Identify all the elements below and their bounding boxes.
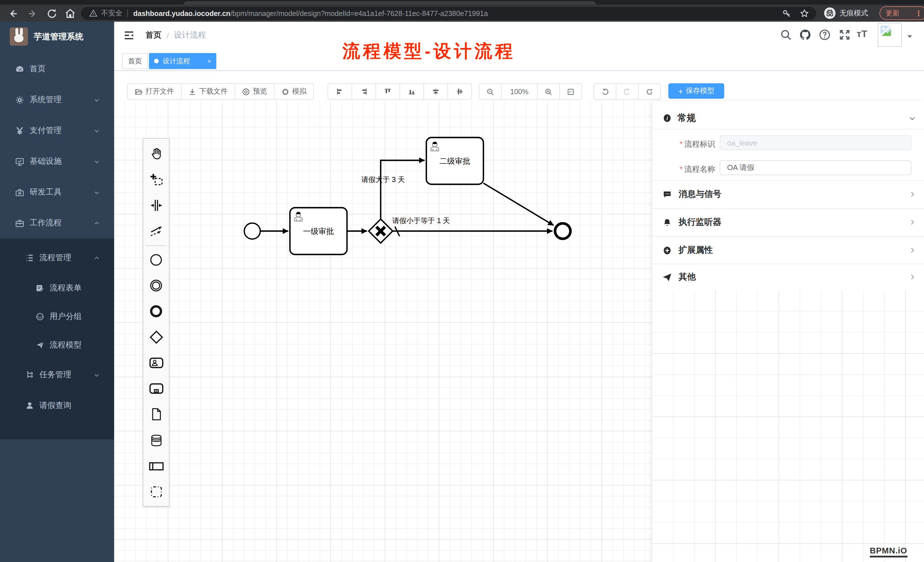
- sidebar-item-devtools[interactable]: 研发工具: [0, 177, 114, 208]
- message-icon: [663, 190, 672, 199]
- bookmark-star-icon[interactable]: [800, 9, 809, 18]
- create-intermediate-event[interactable]: [143, 273, 169, 298]
- history-button-group: [594, 83, 661, 100]
- sidebar-item-payment[interactable]: 支付管理: [0, 115, 114, 146]
- section-extended-attrs[interactable]: 扩展属性: [652, 236, 924, 264]
- flow-task2-to-end[interactable]: [483, 183, 554, 225]
- browser-back-icon[interactable]: [7, 7, 20, 20]
- help-icon[interactable]: [818, 28, 831, 41]
- sidebar-item-task-mgmt[interactable]: 任务管理: [0, 360, 114, 390]
- create-data-store[interactable]: [143, 427, 169, 453]
- flow-gateway-to-task2[interactable]: [381, 160, 424, 219]
- condition-label-gt3[interactable]: 请假大于 3 天: [361, 175, 405, 183]
- browser-forward-icon[interactable]: [26, 7, 39, 20]
- align-left-button[interactable]: [328, 84, 352, 99]
- zoom-out-icon: [486, 88, 494, 96]
- create-start-event[interactable]: [143, 247, 169, 273]
- sidebar-item-user-group[interactable]: 用户分组: [0, 303, 114, 331]
- zoom-level[interactable]: 100%: [501, 84, 537, 99]
- zoom-reset-button[interactable]: [559, 84, 582, 99]
- zoom-out-button[interactable]: [479, 84, 501, 99]
- create-user-task[interactable]: [143, 350, 169, 376]
- sidebar-logo[interactable]: 芋道管理系统: [0, 22, 114, 51]
- section-title: 常规: [678, 112, 696, 124]
- section-other[interactable]: 其他: [652, 264, 924, 291]
- create-end-event[interactable]: [143, 298, 169, 324]
- section-general[interactable]: i 常规: [652, 107, 924, 129]
- sidebar-item-infra[interactable]: 基础设施: [0, 146, 114, 177]
- create-gateway[interactable]: [143, 324, 169, 350]
- sidebar-item-workflow[interactable]: 工作流程: [0, 208, 114, 238]
- download-file-button[interactable]: 下载文件: [181, 84, 235, 99]
- process-key-input[interactable]: [720, 135, 912, 150]
- sidebar-collapse-icon[interactable]: [123, 30, 135, 41]
- password-key-icon[interactable]: [782, 9, 792, 18]
- condition-label-le1[interactable]: 请假小于等于 1 天: [392, 217, 450, 225]
- sidebar-item-system[interactable]: 系统管理: [0, 84, 114, 115]
- align-middle-button[interactable]: [423, 84, 447, 99]
- tag-home[interactable]: 首页: [122, 53, 148, 69]
- undo-button[interactable]: [594, 84, 616, 99]
- chevron-down-icon: [94, 97, 100, 103]
- sidebar-item-process-mgmt[interactable]: 流程管理: [0, 243, 114, 273]
- search-icon[interactable]: [780, 28, 792, 41]
- connection-tool[interactable]: [143, 218, 169, 244]
- watermark-text: BPMN.iO: [870, 546, 907, 555]
- user-avatar[interactable]: [878, 23, 902, 47]
- create-subprocess[interactable]: [143, 376, 169, 402]
- simulate-button[interactable]: 模拟: [274, 84, 314, 99]
- hand-tool[interactable]: [143, 141, 169, 166]
- align-right-button[interactable]: [352, 84, 375, 99]
- create-data-object[interactable]: [143, 402, 169, 427]
- browser-menu-icon[interactable]: ⋮: [915, 9, 922, 17]
- align-top-button[interactable]: [375, 84, 399, 99]
- security-label[interactable]: 不安全: [101, 9, 122, 18]
- open-file-button[interactable]: 打开文件: [128, 84, 181, 99]
- update-label[interactable]: 更新: [886, 8, 900, 18]
- browser-update-button[interactable]: 更新 ⋮: [879, 6, 924, 20]
- chevron-down-icon: [94, 127, 100, 134]
- github-icon[interactable]: [799, 28, 812, 41]
- breadcrumb-home[interactable]: 首页: [146, 30, 162, 40]
- task-second-approval[interactable]: 二级审批: [426, 138, 483, 184]
- restart-button[interactable]: [638, 84, 660, 99]
- browser-home-icon[interactable]: [64, 7, 76, 20]
- exclusive-gateway[interactable]: [369, 219, 393, 243]
- sidebar-item-process-model[interactable]: 流程模型: [0, 331, 114, 360]
- address-bar[interactable]: 不安全 dashboard.yudao.iocoder.cn/bpm/manag…: [81, 7, 816, 20]
- browser-reload-icon[interactable]: [46, 7, 58, 20]
- end-event[interactable]: [555, 223, 570, 239]
- align-bottom-button[interactable]: [399, 84, 423, 99]
- chevron-right-icon: [909, 246, 916, 254]
- url-path: /bpm/manager/model/design?modelId=e4a1a1…: [230, 9, 488, 17]
- browser-active-tab[interactable]: [184, 1, 596, 4]
- sidebar-item-leave-query[interactable]: 请假查询: [0, 390, 114, 421]
- align-center-button[interactable]: [447, 84, 471, 99]
- tag-close-icon[interactable]: ×: [207, 58, 211, 64]
- task-first-approval[interactable]: 一级审批: [290, 208, 347, 255]
- redo-button[interactable]: [616, 84, 638, 99]
- process-name-input[interactable]: [720, 160, 912, 175]
- section-message-signal[interactable]: 消息与信号: [652, 180, 924, 208]
- create-group[interactable]: [143, 479, 169, 505]
- tag-design-active[interactable]: 设计流程 ×: [149, 53, 216, 69]
- sidebar-item-home[interactable]: 首页: [0, 54, 114, 84]
- palette-separator: [146, 245, 166, 246]
- font-size-icon[interactable]: ᴛT: [856, 28, 867, 40]
- lasso-tool[interactable]: [143, 166, 169, 192]
- bpmn-io-watermark[interactable]: BPMN.iO: [870, 546, 907, 557]
- section-execution-listener[interactable]: 执行监听器: [652, 208, 924, 236]
- space-tool[interactable]: [143, 193, 169, 218]
- sidebar-item-process-form[interactable]: 流程表单: [0, 274, 114, 303]
- avatar-caret-icon[interactable]: [906, 33, 913, 40]
- url-host: dashboard.yudao.iocoder.cn: [133, 9, 230, 17]
- sidebar-item-label: 流程模型: [50, 340, 82, 350]
- preview-button[interactable]: 预览: [235, 84, 274, 99]
- active-tag-dot: [154, 59, 159, 63]
- chevron-down-icon[interactable]: [909, 114, 916, 122]
- save-model-button[interactable]: + 保存模型: [668, 83, 724, 99]
- fullscreen-icon[interactable]: [838, 28, 851, 41]
- zoom-in-button[interactable]: [537, 84, 559, 99]
- start-event[interactable]: [244, 223, 260, 239]
- create-participant[interactable]: [143, 453, 169, 479]
